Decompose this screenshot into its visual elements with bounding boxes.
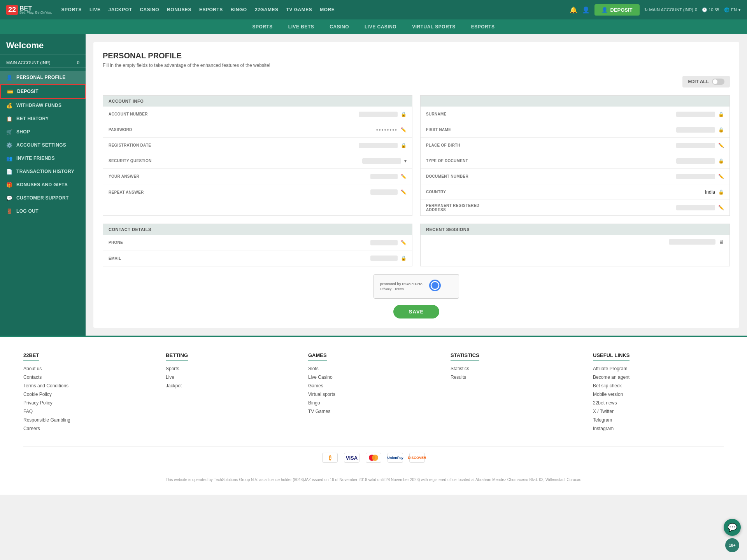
sidebar-item-bet-history[interactable]: 📋 BET HISTORY — [0, 112, 86, 125]
footer-link-about-us[interactable]: About us — [23, 366, 154, 371]
sidebar-account-info: MAIN ACCOUNT (INR) 0 — [0, 58, 86, 68]
nav-22games[interactable]: 22GAMES — [255, 5, 279, 14]
account-info-section: ACCOUNT INFO ACCOUNT NUMBER 🔒 PASSWORD — [103, 95, 412, 216]
footer-link-sports[interactable]: Sports — [166, 366, 296, 371]
sidebar-item-deposit[interactable]: 💳 DEPOSIT — [0, 84, 86, 99]
nav-sports[interactable]: SPORTS — [61, 5, 82, 14]
payment-row: ₿ VISA UnionPay DISCOVER — [23, 446, 724, 469]
save-button[interactable]: SAVE — [393, 305, 439, 318]
footer-link-22bet-news[interactable]: 22bet news — [593, 400, 724, 406]
footer-link-bet-slip-check[interactable]: Bet slip check — [593, 383, 724, 388]
permanent-address-edit-icon[interactable]: ✏️ — [718, 205, 724, 210]
sidebar-item-withdraw-funds[interactable]: 💰 WITHDRAW FUNDS — [0, 99, 86, 112]
sidebar-item-shop[interactable]: 🛒 SHOP — [0, 125, 86, 138]
registration-date-label: REGISTRATION DATE — [109, 143, 171, 147]
sec-nav-virtual-sports[interactable]: VIRTUAL SPORTS — [412, 24, 455, 30]
sidebar-item-personal-profile[interactable]: 👤 PERSONAL PROFILE — [0, 71, 86, 84]
footer-link-responsible-gambling[interactable]: Responsible Gambling — [23, 417, 154, 423]
footer-link-statistics[interactable]: Statistics — [451, 366, 581, 371]
logo[interactable]: 22 BET Bet. Play. BetOnYou. — [6, 5, 52, 15]
document-number-placeholder — [676, 174, 715, 179]
your-answer-edit-icon[interactable]: ✏️ — [401, 174, 407, 179]
sidebar-label-customer-support: CUSTOMER SUPPORT — [16, 195, 69, 201]
surname-value: 🔒 — [488, 112, 724, 117]
footer-link-affiliate[interactable]: Affiliate Program — [593, 366, 724, 371]
session-placeholder — [669, 239, 715, 245]
footer-link-privacy[interactable]: Privacy Policy — [23, 400, 154, 406]
permanent-address-placeholder — [676, 205, 715, 210]
sec-nav-sports[interactable]: SPORTS — [252, 24, 272, 30]
personal-info-section: SURNAME 🔒 FIRST NAME 🔒 — [420, 95, 730, 216]
footer-link-cookie[interactable]: Cookie Policy — [23, 392, 154, 397]
footer-link-jackpot[interactable]: Jackpot — [166, 383, 296, 388]
footer-link-become-agent[interactable]: Become an agent — [593, 374, 724, 380]
form-row-place-of-birth: PLACE OF BIRTH ✏️ — [421, 138, 729, 153]
nav-casino[interactable]: CASINO — [140, 5, 159, 14]
footer-col-statistics: STATISTICS Statistics Results — [451, 352, 581, 434]
sec-nav-esports[interactable]: ESPORTS — [471, 24, 495, 30]
sec-nav-live-casino[interactable]: LIVE CASINO — [365, 24, 396, 30]
sec-nav-live-bets[interactable]: LIVE BETS — [288, 24, 314, 30]
nav-more[interactable]: MORE — [320, 5, 335, 14]
sidebar-item-account-settings[interactable]: ⚙️ ACCOUNT SETTINGS — [0, 138, 86, 152]
footer-link-live[interactable]: Live — [166, 374, 296, 380]
footer-link-instagram[interactable]: Instagram — [593, 426, 724, 431]
nav-bingo[interactable]: BINGO — [231, 5, 247, 14]
language-selector[interactable]: 🌐 EN ▾ — [724, 7, 741, 12]
sidebar-label-shop: SHOP — [16, 129, 30, 135]
footer-link-faq[interactable]: FAQ — [23, 409, 154, 414]
email-label: EMAIL — [109, 256, 171, 261]
sidebar-item-customer-support[interactable]: 💬 CUSTOMER SUPPORT — [0, 191, 86, 205]
footer-link-careers[interactable]: Careers — [23, 426, 154, 431]
form-row-registration-date: REGISTRATION DATE 🔒 — [103, 138, 412, 153]
recaptcha-row: protected by reCAPTCHA Privacy · Terms — [103, 274, 730, 299]
sidebar-item-bonuses-gifts[interactable]: 🎁 BONUSES AND GIFTS — [0, 178, 86, 191]
document-number-label: DOCUMENT NUMBER — [426, 174, 488, 178]
email-value: 🔒 — [171, 256, 407, 261]
footer-link-mobile-version[interactable]: Mobile version — [593, 392, 724, 397]
footer-link-live-casino[interactable]: Live Casino — [308, 374, 439, 380]
sidebar-item-transaction-history[interactable]: 📄 TRANSACTION HISTORY — [0, 165, 86, 178]
phone-edit-icon[interactable]: ✏️ — [401, 240, 407, 245]
footer-link-tv-games[interactable]: TV Games — [308, 409, 439, 414]
footer-link-games[interactable]: Games — [308, 383, 439, 388]
footer-link-virtual-sports[interactable]: Virtual sports — [308, 392, 439, 397]
sidebar-item-invite-friends[interactable]: 👥 INVITE FRIENDS — [0, 152, 86, 165]
nav-bonuses[interactable]: BONUSES — [167, 5, 191, 14]
nav-esports[interactable]: ESPORTS — [199, 5, 223, 14]
customer-support-icon: 💬 — [6, 195, 12, 201]
sec-nav-casino[interactable]: CASINO — [330, 24, 349, 30]
footer-link-slots[interactable]: Slots — [308, 366, 439, 371]
footer-link-results[interactable]: Results — [451, 374, 581, 380]
security-question-placeholder — [362, 158, 401, 164]
nav-jackpot[interactable]: JACKPOT — [109, 5, 132, 14]
form-top-grid: ACCOUNT INFO ACCOUNT NUMBER 🔒 PASSWORD — [103, 95, 730, 216]
notifications-icon[interactable]: 🔔 — [570, 6, 577, 14]
footer-link-twitter[interactable]: X / Twitter — [593, 409, 724, 414]
document-number-edit-icon[interactable]: ✏️ — [718, 174, 724, 179]
password-edit-icon[interactable]: ✏️ — [401, 127, 407, 133]
account-info-header: ACCOUNT INFO — [103, 96, 412, 107]
sidebar-item-log-out[interactable]: 🚪 LOG OUT — [0, 205, 86, 218]
footer-link-bingo[interactable]: Bingo — [308, 400, 439, 406]
place-of-birth-edit-icon[interactable]: ✏️ — [718, 143, 724, 148]
footer-link-terms[interactable]: Terms and Conditions — [23, 383, 154, 388]
country-value: India 🔒 — [488, 189, 724, 195]
place-of-birth-placeholder — [676, 143, 715, 148]
form-row-your-answer: YOUR ANSWER ✏️ — [103, 169, 412, 184]
nav-tv-games[interactable]: TV GAMES — [286, 5, 312, 14]
nav-live[interactable]: LIVE — [89, 5, 101, 14]
form-row-phone: PHONE ✏️ — [103, 235, 412, 250]
edit-all-toggle[interactable] — [712, 79, 724, 85]
form-row-permanent-address: PERMANENT REGISTERED ADDRESS ✏️ — [421, 200, 729, 215]
recaptcha-box: protected by reCAPTCHA Privacy · Terms — [374, 274, 459, 299]
footer-link-contacts[interactable]: Contacts — [23, 374, 154, 380]
footer-link-telegram[interactable]: Telegram — [593, 417, 724, 423]
save-row: SAVE — [103, 305, 730, 318]
user-icon[interactable]: 👤 — [582, 6, 590, 14]
repeat-answer-edit-icon[interactable]: ✏️ — [401, 189, 407, 195]
deposit-button[interactable]: 👤 DEPOSIT — [594, 4, 639, 16]
edit-all-button[interactable]: EDIT ALL — [682, 76, 730, 88]
recent-sessions-header: RECENT SESSIONS — [421, 224, 729, 235]
security-question-dropdown-icon[interactable]: ▾ — [404, 158, 407, 164]
